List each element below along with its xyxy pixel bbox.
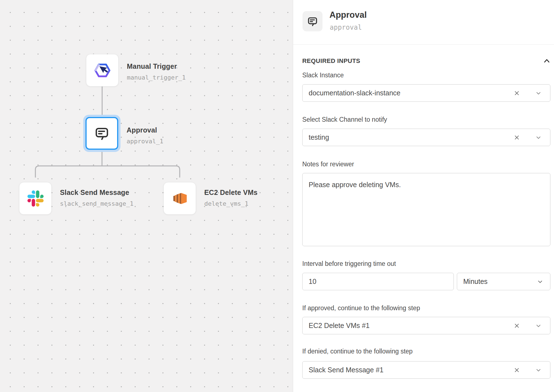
interval-unit-select[interactable]: Minutes — [457, 273, 550, 290]
notes-value: Please approve deleting VMs. — [309, 181, 542, 189]
chevron-down-icon[interactable] — [535, 367, 542, 373]
required-inputs-section-header[interactable]: REQUIRED INPUTS — [302, 57, 550, 65]
interval-unit-value: Minutes — [463, 278, 537, 286]
clear-icon[interactable] — [513, 90, 520, 96]
node-title: EC2 Delete VMs — [204, 189, 258, 196]
if-approved-step-select[interactable]: EC2 Delete VMs #1 — [302, 317, 550, 334]
slack-logo-icon — [27, 190, 44, 207]
approval-comment-icon — [306, 15, 319, 28]
interval-number-input[interactable]: 10 — [302, 273, 454, 290]
field-label-interval: Interval before triggering time out — [302, 260, 396, 268]
panel-title: Approval — [329, 10, 367, 20]
clear-icon[interactable] — [513, 322, 520, 329]
node-label-slack-send-message: Slack Send Message slack_send_message_1 — [60, 189, 134, 207]
if-denied-value: Slack Send Message #1 — [309, 366, 513, 374]
node-title: Manual Trigger — [127, 62, 186, 70]
properties-panel: Approval approval REQUIRED INPUTS Slack … — [293, 0, 554, 392]
slack-instance-value: documentation-slack-instance — [309, 89, 513, 97]
slack-instance-select[interactable]: documentation-slack-instance — [302, 84, 550, 102]
field-label-if-denied: If denied, continue to the following ste… — [302, 348, 413, 355]
if-denied-step-select[interactable]: Slack Send Message #1 — [302, 361, 550, 379]
chevron-down-icon[interactable] — [537, 278, 543, 285]
node-manual-trigger[interactable] — [86, 54, 119, 86]
chevron-up-icon[interactable] — [543, 57, 550, 65]
clear-icon[interactable] — [513, 134, 520, 141]
slack-channel-value: testing — [309, 133, 513, 141]
node-id: slack_send_message_1 — [60, 200, 134, 207]
clear-icon[interactable] — [513, 367, 520, 373]
node-title: Approval — [127, 126, 163, 134]
section-title: REQUIRED INPUTS — [302, 57, 360, 65]
node-label-manual-trigger: Manual Trigger manual_trigger_1 — [127, 62, 186, 81]
if-approved-value: EC2 Delete VMs #1 — [309, 322, 513, 330]
manual-trigger-hexagon-cursor-icon — [93, 61, 112, 80]
panel-header-divider — [293, 44, 554, 45]
node-approval[interactable] — [85, 117, 118, 150]
field-label-slack-instance: Slack Instance — [302, 72, 344, 79]
panel-subtitle: approval — [330, 24, 362, 31]
node-id: manual_trigger_1 — [127, 74, 186, 81]
notes-textarea[interactable]: Please approve deleting VMs. — [302, 173, 550, 246]
slack-channel-select[interactable]: testing — [302, 129, 550, 146]
chevron-down-icon[interactable] — [535, 322, 542, 329]
node-slack-send-message[interactable] — [19, 182, 52, 215]
node-id: approval_1 — [127, 138, 163, 145]
chevron-down-icon[interactable] — [535, 90, 542, 96]
node-label-ec2-delete-vms: EC2 Delete VMs delete_vms_1 — [204, 189, 258, 207]
chevron-down-icon[interactable] — [535, 134, 542, 141]
field-label-notes: Notes for reviewer — [302, 161, 354, 168]
node-ec2-delete-vms[interactable] — [163, 182, 196, 215]
node-title: Slack Send Message — [60, 189, 134, 196]
field-label-slack-channel: Select Slack Channel to notify — [302, 116, 387, 123]
aws-ec2-icon — [171, 189, 189, 208]
approval-comment-icon — [93, 124, 111, 142]
field-label-if-approved: If approved, continue to the following s… — [302, 304, 420, 312]
node-label-approval: Approval approval_1 — [127, 126, 163, 145]
interval-value: 10 — [309, 278, 445, 286]
panel-header-icon-tile — [303, 11, 323, 31]
node-id: delete_vms_1 — [204, 200, 258, 207]
node-approval-selection-halo[interactable] — [83, 115, 120, 152]
workflow-canvas[interactable]: Manual Trigger manual_trigger_1 Approval… — [0, 0, 293, 392]
